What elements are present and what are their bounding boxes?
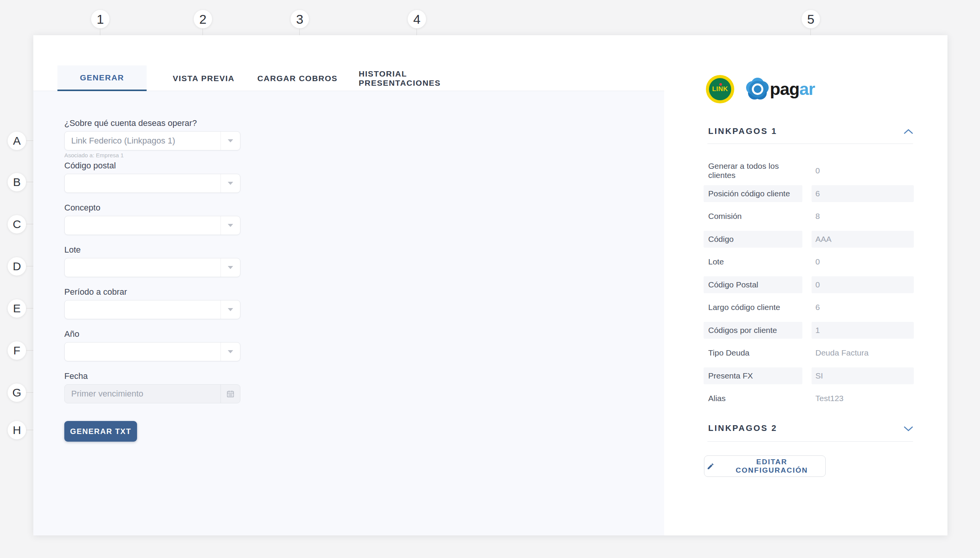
label-text: Alias: [708, 394, 726, 403]
calendar-icon[interactable]: [220, 385, 240, 403]
value-text: Test123: [816, 394, 844, 403]
select-lote[interactable]: [64, 258, 240, 277]
form-group-concepto: Concepto: [64, 202, 240, 235]
value-text: SI: [816, 371, 823, 381]
step-marker-1: 2: [194, 10, 212, 28]
step-circle: 4: [408, 10, 426, 28]
tab-generar[interactable]: GENERAR: [57, 66, 147, 91]
config-row-codigos-por-cliente: Códigos por cliente 1: [664, 322, 947, 339]
date-placeholder: Primer vencimiento: [65, 389, 143, 399]
label-text: Presenta FX: [708, 371, 753, 381]
step-circle: 2: [194, 10, 212, 28]
config-row-value: AAA: [812, 231, 914, 248]
value-text: 0: [816, 166, 820, 175]
field-circle: B: [8, 173, 26, 191]
value-text: 0: [816, 280, 820, 289]
config-row-label: Posición código cliente: [704, 185, 803, 202]
value-text: 0: [816, 257, 820, 266]
field-marker-3: D: [8, 257, 26, 276]
config-row-codigo-postal: Código Postal 0: [664, 276, 947, 293]
value-text: 6: [816, 303, 820, 312]
config-row-value: 6: [812, 299, 914, 316]
edit-button-label: EDITAR CONFIGURACIÓN: [721, 458, 823, 474]
config-row-value: 0: [812, 253, 914, 270]
label-text: Generar a todos los clientes: [708, 161, 803, 180]
select-value: Link Federico (Linkpagos 1): [65, 136, 175, 146]
page: 1 2 3 4 5: [0, 0, 980, 558]
config-row-codigo: Código AAA: [664, 231, 947, 248]
tab-bar: GENERAR VISTA PREVIA CARGAR COBROS HISTO…: [33, 35, 664, 91]
account-select[interactable]: Link Federico (Linkpagos 1): [64, 131, 240, 150]
generate-form: ¿Sobre qué cuenta deseas operar? Link Fe…: [64, 118, 240, 441]
config-panel: LINK pagar LINKPAGOS 1: [664, 35, 947, 535]
value-text: 8: [816, 212, 820, 221]
step-marker-4: 5: [802, 10, 820, 28]
config-row-alias: Alias Test123: [664, 390, 947, 407]
field-marker-7: H: [8, 421, 26, 439]
config-row-lote: Lote 0: [664, 253, 947, 270]
step-circle: 3: [291, 10, 309, 28]
field-circle: D: [8, 257, 26, 276]
config-row-label: Presenta FX: [704, 368, 803, 384]
chevron-down-icon: [220, 216, 240, 235]
field-marker-6: G: [8, 384, 26, 402]
step-circle: 5: [802, 10, 820, 28]
config-row-posicion-codigo-cliente: Posición código cliente 6: [664, 185, 947, 202]
config-row-label: Alias: [704, 390, 803, 407]
config-row-tipo-deuda: Tipo Deuda Deuda Factura: [664, 345, 947, 361]
label-text: Lote: [708, 257, 724, 266]
select-concepto[interactable]: [64, 216, 240, 235]
config-row-label: Códigos por cliente: [704, 322, 803, 339]
step-marker-3: 4: [408, 10, 426, 28]
config-row-value: 0: [812, 276, 914, 293]
select-groups: Código postal Concepto: [64, 160, 240, 361]
value-text: 1: [816, 326, 820, 335]
field-circle: G: [8, 384, 26, 402]
config-row-value: 1: [812, 322, 914, 339]
config-row-label: Tipo Deuda: [704, 345, 803, 361]
field-circle: H: [8, 421, 26, 439]
step-marker-0: 1: [91, 10, 110, 28]
field-marker-5: F: [8, 341, 26, 360]
form-group-periodo-a-cobrar: Período a cobrar: [64, 286, 240, 319]
chevron-down-icon: [220, 258, 240, 277]
field-label: Código postal: [64, 160, 240, 171]
field-circle: F: [8, 341, 26, 360]
select-codigo-postal[interactable]: [64, 174, 240, 193]
tab-historial-presentaciones[interactable]: HISTORIAL PRESENTACIONES: [359, 66, 489, 91]
section-header-linkpagos-2[interactable]: LINKPAGOS 2: [708, 422, 778, 434]
label-text: Largo código cliente: [708, 303, 780, 312]
form-group-ano: Año: [64, 328, 240, 361]
form-group-codigo-postal: Código postal: [64, 160, 240, 193]
config-row-label: Lote: [704, 253, 803, 270]
tab-label: VISTA PREVIA: [172, 74, 235, 83]
date-input[interactable]: Primer vencimiento: [64, 384, 240, 404]
chevron-down-icon[interactable]: [903, 425, 913, 432]
field-label: Período a cobrar: [64, 286, 240, 298]
config-row-value: 0: [812, 162, 914, 179]
config-row-value: Test123: [812, 390, 914, 407]
label-text: Tipo Deuda: [708, 348, 750, 358]
tab-cargar-cobros[interactable]: CARGAR COBROS: [251, 66, 343, 91]
select-periodo-a-cobrar[interactable]: [64, 300, 240, 319]
field-label: ¿Sobre qué cuenta deseas operar?: [64, 118, 240, 129]
config-row-comision: Comisión 8: [664, 208, 947, 225]
field-label: Concepto: [64, 202, 240, 213]
config-row-value: 6: [812, 185, 914, 202]
chevron-down-icon: [220, 343, 240, 361]
edit-configuration-button[interactable]: EDITAR CONFIGURACIÓN: [704, 455, 826, 477]
step-circle: 1: [91, 10, 110, 28]
chevron-down-icon: [220, 174, 240, 192]
config-row-label: Código: [704, 231, 803, 248]
generate-txt-button[interactable]: GENERAR TXT: [64, 421, 137, 441]
select-ano[interactable]: [64, 342, 240, 361]
field-circle: E: [8, 299, 26, 318]
config-row-value: Deuda Factura: [812, 345, 914, 361]
field-circle: C: [8, 215, 26, 233]
field-marker-4: E: [8, 299, 26, 318]
tab-vista-previa[interactable]: VISTA PREVIA: [162, 66, 246, 91]
field-marker-2: C: [8, 215, 26, 233]
config-row-presenta-fx: Presenta FX SI: [664, 368, 947, 384]
field-circle: A: [8, 132, 26, 150]
label-text: Códigos por cliente: [708, 326, 777, 335]
